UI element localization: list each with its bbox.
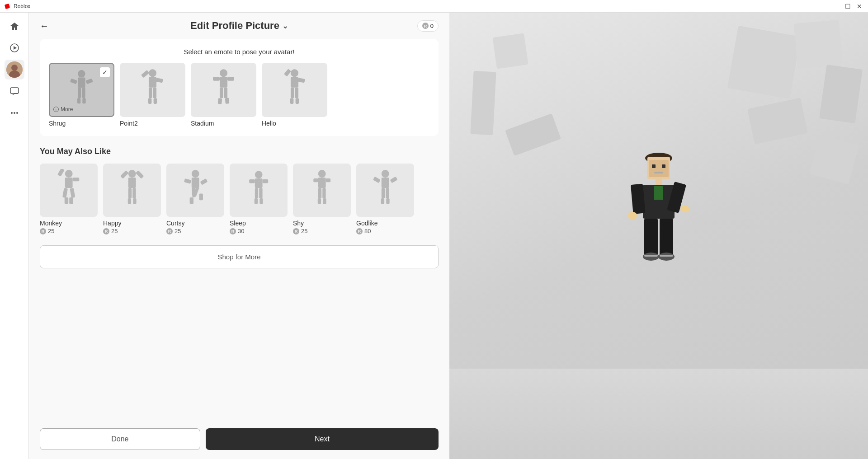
info-icon: i: [53, 107, 59, 112]
svg-rect-80: [313, 178, 318, 182]
title-bar: Roblox — ☐ ✕: [0, 0, 868, 13]
svg-rect-77: [259, 198, 263, 204]
svg-rect-49: [72, 178, 79, 181]
sidebar-item-avatar[interactable]: [5, 60, 24, 80]
back-button[interactable]: ←: [40, 21, 49, 31]
svg-rect-32: [213, 77, 220, 81]
svg-point-22: [149, 69, 156, 77]
reco-item-monkey[interactable]: Monkey R 25: [40, 164, 98, 234]
sidebar-item-play[interactable]: [5, 38, 24, 58]
bg-block-4: [747, 98, 808, 144]
svg-rect-13: [78, 77, 85, 88]
reco-thumb-monkey: [40, 164, 98, 217]
reco-thumb-sleep: [230, 164, 288, 217]
emote-item-stadium[interactable]: Stadium: [191, 63, 256, 127]
sidebar-item-chat[interactable]: [5, 81, 24, 101]
svg-rect-107: [644, 219, 658, 255]
svg-rect-90: [382, 188, 385, 198]
monkey-figure: [53, 169, 85, 211]
curtsy-figure: [179, 169, 211, 211]
roblox-logo-icon: [4, 3, 11, 10]
svg-rect-17: [82, 88, 85, 98]
svg-rect-74: [255, 188, 258, 198]
svg-point-4: [11, 65, 18, 71]
svg-rect-111: [644, 255, 658, 257]
svg-rect-27: [153, 88, 156, 98]
svg-rect-69: [199, 193, 203, 200]
close-button[interactable]: ✕: [854, 1, 864, 11]
app-title: Roblox: [14, 3, 30, 9]
reco-thumb-shy: [293, 164, 351, 217]
reco-grid: Monkey R 25: [40, 164, 439, 234]
emote-item-shrug[interactable]: ✓ i More Shrug: [49, 63, 114, 127]
robux-icon: R: [40, 228, 46, 234]
robux-icon: R: [103, 228, 109, 234]
svg-rect-108: [660, 219, 673, 255]
main-panel: ← Edit Profile Picture ⌄ R 0 Select an e…: [29, 13, 449, 459]
emote-thumb-hello: [262, 63, 327, 117]
svg-rect-73: [262, 179, 268, 183]
dropdown-icon[interactable]: ⌄: [282, 22, 288, 30]
svg-rect-57: [136, 170, 144, 179]
minimize-button[interactable]: —: [831, 1, 841, 11]
svg-rect-37: [225, 98, 230, 103]
reco-item-shy[interactable]: Shy R 25: [293, 164, 351, 234]
svg-rect-72: [249, 179, 255, 183]
floor: [449, 369, 868, 459]
svg-point-62: [192, 170, 199, 178]
reco-label-godlike: Godlike: [356, 220, 377, 227]
sidebar-item-more[interactable]: [5, 103, 24, 123]
svg-rect-71: [255, 178, 263, 188]
maximize-button[interactable]: ☐: [843, 1, 853, 11]
bg-block-6: [492, 33, 528, 69]
svg-rect-79: [318, 178, 326, 188]
svg-point-8: [14, 112, 15, 114]
emote-item-point2[interactable]: Point2: [120, 63, 185, 127]
next-button[interactable]: Next: [206, 428, 439, 450]
emote-thumb-point2: [120, 63, 185, 117]
sidebar-item-home[interactable]: [5, 16, 24, 36]
svg-rect-103: [631, 184, 646, 214]
svg-rect-15: [86, 78, 93, 84]
shop-for-more-button[interactable]: Shop for More: [40, 245, 439, 268]
svg-rect-102: [654, 186, 663, 200]
reco-price-shy: R 25: [293, 228, 307, 234]
footer-buttons: Done Next: [29, 428, 449, 459]
svg-rect-42: [291, 88, 294, 98]
reco-item-sleep[interactable]: Sleep R 30: [230, 164, 288, 234]
svg-rect-44: [290, 98, 293, 104]
svg-rect-35: [224, 88, 227, 98]
svg-point-86: [382, 170, 389, 178]
robux-icon: R: [422, 23, 429, 29]
svg-rect-6: [10, 88, 19, 94]
reco-item-godlike[interactable]: Godlike R 80: [356, 164, 414, 234]
svg-rect-88: [373, 177, 381, 183]
reco-item-happy[interactable]: Happy R 25: [103, 164, 161, 234]
svg-rect-48: [57, 169, 65, 177]
done-button[interactable]: Done: [40, 428, 200, 450]
svg-rect-25: [156, 78, 163, 83]
svg-rect-26: [149, 88, 152, 98]
svg-rect-96: [649, 160, 669, 177]
svg-rect-112: [660, 255, 673, 257]
emote-item-hello[interactable]: Hello: [262, 63, 327, 127]
robux-icon: R: [356, 228, 363, 234]
robux-badge: R 0: [417, 20, 439, 32]
emote-label-hello: Hello: [262, 120, 276, 127]
avatar-image: [6, 61, 23, 78]
sidebar: [0, 13, 29, 459]
robux-icon: R: [293, 228, 299, 234]
svg-point-7: [11, 112, 13, 114]
selected-checkmark: ✓: [100, 67, 110, 77]
emote-thumb-shrug: ✓ i More: [49, 63, 114, 117]
reco-item-curtsy[interactable]: Curtsy R 25: [166, 164, 224, 234]
reco-price-happy: R 25: [103, 228, 118, 234]
svg-rect-53: [69, 197, 73, 204]
emote-thumb-stadium: [191, 63, 256, 117]
character-svg: [609, 141, 708, 331]
reco-price-godlike: R 80: [356, 228, 371, 234]
emote-label-stadium: Stadium: [191, 120, 214, 127]
svg-marker-2: [14, 46, 17, 50]
svg-rect-24: [141, 70, 150, 78]
title-bar-controls: — ☐ ✕: [831, 1, 864, 11]
